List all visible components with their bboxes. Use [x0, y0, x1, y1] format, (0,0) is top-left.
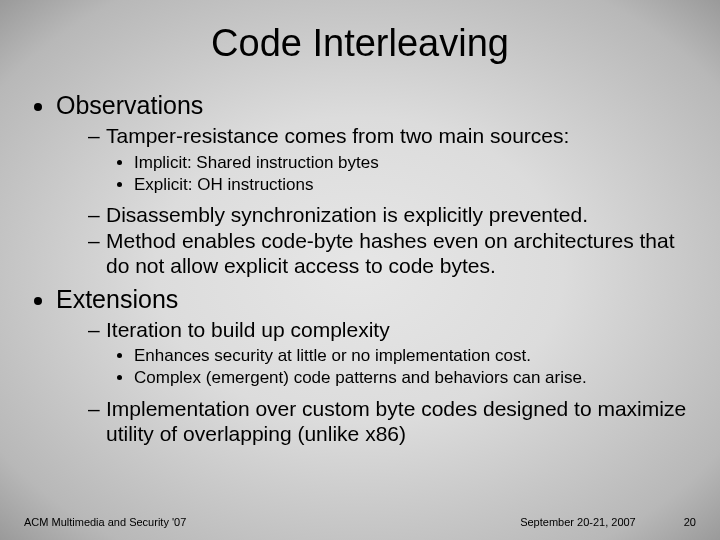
bullet-text: Method enables code-byte hashes even on … [106, 229, 675, 277]
sub-bullet: Enhances security at little or no implem… [134, 346, 692, 367]
section-label: Extensions [56, 285, 178, 313]
bullet-text: Tamper-resistance comes from two main so… [106, 124, 569, 147]
bullet-text: Iteration to build up complexity [106, 318, 390, 341]
slide-title: Code Interleaving [28, 22, 692, 65]
content-list: Observations Tamper-resistance comes fro… [28, 91, 692, 446]
sub-list: Enhances security at little or no implem… [106, 346, 692, 388]
extensions-items: Iteration to build up complexity Enhance… [56, 318, 692, 447]
section-label: Observations [56, 91, 203, 119]
bullet-text: Implementation over custom byte codes de… [106, 397, 686, 445]
observations-items: Tamper-resistance comes from two main so… [56, 124, 692, 279]
section-extensions: Extensions Iteration to build up complex… [56, 285, 692, 447]
slide: Code Interleaving Observations Tamper-re… [0, 0, 720, 540]
sub-bullet: Explicit: OH instructions [134, 175, 692, 196]
page-number: 20 [684, 516, 696, 528]
section-observations: Observations Tamper-resistance comes fro… [56, 91, 692, 279]
footer: ACM Multimedia and Security '07 Septembe… [24, 516, 696, 528]
bullet-item: Iteration to build up complexity Enhance… [88, 318, 692, 389]
bullet-item: Tamper-resistance comes from two main so… [88, 124, 692, 195]
bullet-item: Disassembly synchronization is explicitl… [88, 203, 692, 228]
sub-bullet: Complex (emergent) code patterns and beh… [134, 368, 692, 389]
bullet-text: Disassembly synchronization is explicitl… [106, 203, 588, 226]
bullet-item: Method enables code-byte hashes even on … [88, 229, 692, 279]
sub-list: Implicit: Shared instruction bytes Expli… [106, 153, 692, 195]
bullet-item: Implementation over custom byte codes de… [88, 397, 692, 447]
sub-bullet: Implicit: Shared instruction bytes [134, 153, 692, 174]
footer-left: ACM Multimedia and Security '07 [24, 516, 186, 528]
footer-date: September 20-21, 2007 [520, 516, 636, 528]
